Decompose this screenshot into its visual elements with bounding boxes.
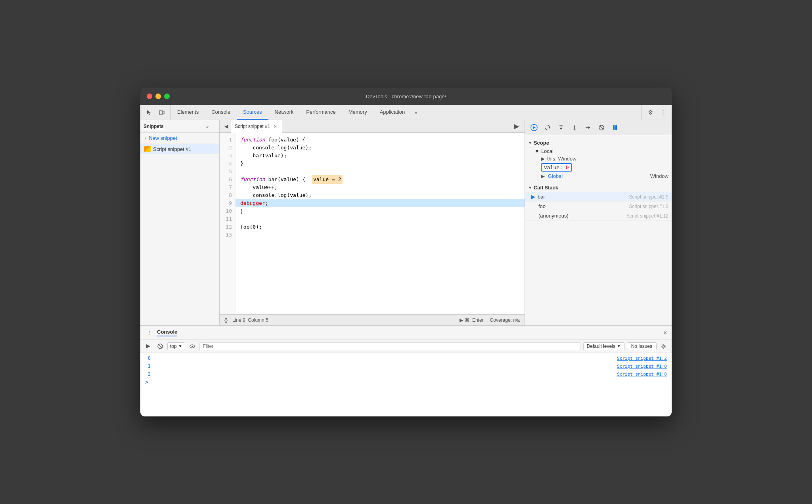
line-num-3: 3 bbox=[220, 152, 235, 160]
device-toggle-button[interactable] bbox=[156, 107, 167, 118]
tab-more-button[interactable]: » bbox=[411, 105, 420, 120]
console-output-line-0: 0 Script snippet #1:2 bbox=[140, 354, 672, 362]
console-output-line-1: 1 Script snippet #1:8 bbox=[140, 362, 672, 370]
sidebar-header: Snippets » ⋮ bbox=[140, 120, 219, 133]
tab-application[interactable]: Application bbox=[373, 105, 412, 120]
call-stack-item-anonymous[interactable]: (anonymous) Script snippet #1:12 bbox=[525, 211, 672, 221]
console-settings-button[interactable] bbox=[659, 342, 668, 351]
step-out-button[interactable] bbox=[569, 122, 580, 134]
default-levels-button[interactable]: Default levels ▼ bbox=[583, 342, 624, 350]
call-stack-name-anonymous: (anonymous) bbox=[531, 213, 626, 219]
step-over-button[interactable] bbox=[542, 122, 553, 134]
resume-button[interactable] bbox=[528, 122, 540, 134]
clear-console-button[interactable] bbox=[155, 342, 165, 351]
format-icon-button[interactable]: {} bbox=[224, 317, 228, 323]
deactivate-breakpoints-button[interactable] bbox=[596, 122, 607, 134]
editor-tab[interactable]: Script snippet #1 × bbox=[231, 120, 282, 133]
code-editor[interactable]: 1 2 3 4 5 6 7 8 9 10 11 12 13 bbox=[220, 133, 525, 314]
right-panel-content: ▼ Scope ▼ Local ▶ this: Window bbox=[525, 135, 672, 325]
code-line-8: console.log(value); bbox=[236, 191, 525, 199]
console-source-2[interactable]: Script snippet #1:8 bbox=[617, 372, 667, 377]
main-content: Snippets » ⋮ + New snippet Script snippe… bbox=[140, 120, 672, 325]
console-options-button[interactable]: ⋮ bbox=[145, 328, 155, 338]
svg-rect-17 bbox=[615, 125, 617, 130]
editor-nav-back-button[interactable]: ◀ bbox=[221, 122, 231, 131]
svg-point-23 bbox=[663, 345, 665, 347]
preserve-log-button[interactable] bbox=[144, 342, 153, 351]
coverage-status: Coverage: n/a bbox=[490, 317, 520, 323]
sidebar-options-icon[interactable]: ⋮ bbox=[212, 124, 216, 129]
sidebar-more-icon[interactable]: » bbox=[206, 124, 209, 129]
tab-elements[interactable]: Elements bbox=[171, 105, 205, 120]
console-prompt[interactable]: > bbox=[140, 378, 672, 386]
scope-section-header[interactable]: ▼ Scope bbox=[525, 138, 672, 147]
call-stack-title: Call Stack bbox=[534, 185, 558, 191]
code-line-4: } bbox=[236, 160, 525, 168]
global-label[interactable]: ▶ Global bbox=[541, 173, 563, 179]
code-line-10: } bbox=[236, 207, 525, 215]
svg-rect-1 bbox=[163, 111, 164, 114]
scope-arrow-icon: ▼ bbox=[528, 141, 532, 145]
editor-tab-close-button[interactable]: × bbox=[272, 124, 278, 129]
value-val[interactable]: 0 bbox=[566, 164, 569, 170]
title-bar: DevTools - chrome://new-tab-page/ bbox=[140, 88, 672, 105]
global-value: Window bbox=[650, 173, 668, 179]
this-value: Window bbox=[558, 156, 576, 162]
tab-console[interactable]: Console bbox=[205, 105, 237, 120]
console-filter-input[interactable] bbox=[199, 342, 581, 350]
call-stack-arrow-icon: ▼ bbox=[528, 185, 532, 190]
console-source-0[interactable]: Script snippet #1:2 bbox=[617, 356, 667, 361]
new-snippet-button[interactable]: + New snippet bbox=[140, 133, 219, 144]
editor-tab-bar: ◀ Script snippet #1 × ▶ bbox=[220, 120, 525, 133]
call-stack-item-foo[interactable]: foo Script snippet #1:3 bbox=[525, 202, 672, 211]
more-options-icon-button[interactable]: ⋮ bbox=[657, 107, 668, 118]
call-stack-item-bar[interactable]: ▶ bar Script snippet #1:9 bbox=[525, 192, 672, 202]
line-num-10: 10 bbox=[220, 207, 235, 215]
pause-on-exceptions-button[interactable] bbox=[609, 122, 621, 134]
tab-network[interactable]: Network bbox=[268, 105, 300, 120]
tab-memory[interactable]: Memory bbox=[342, 105, 373, 120]
devtools-body: Elements Console Sources Network Perform… bbox=[140, 105, 672, 416]
close-traffic-light[interactable] bbox=[147, 94, 152, 99]
line-num-11: 11 bbox=[220, 215, 235, 223]
svg-marker-3 bbox=[533, 126, 536, 129]
line-num-12: 12 bbox=[220, 223, 235, 231]
call-stack-section-header[interactable]: ▼ Call Stack bbox=[525, 183, 672, 192]
this-scope-item: ▶ this: Window bbox=[531, 155, 672, 162]
svg-marker-4 bbox=[549, 126, 550, 129]
editor-status-bar: {} Line 9, Column 5 ▶ ⌘+Enter Coverage: … bbox=[220, 314, 525, 325]
console-source-1[interactable]: Script snippet #1:8 bbox=[617, 364, 667, 369]
snippet-item[interactable]: Script snippet #1 bbox=[140, 144, 219, 154]
maximize-traffic-light[interactable] bbox=[164, 94, 170, 99]
value-scope-item: value: 0 bbox=[531, 162, 672, 172]
sidebar-icons: » ⋮ bbox=[206, 124, 216, 129]
local-section-header[interactable]: ▼ Local bbox=[531, 147, 672, 155]
console-number-0: 0 bbox=[145, 355, 157, 361]
window-title: DevTools - chrome://new-tab-page/ bbox=[366, 94, 446, 99]
tab-sources[interactable]: Sources bbox=[237, 105, 268, 120]
call-stack-name-bar: bar bbox=[538, 194, 629, 200]
new-snippet-label: + New snippet bbox=[144, 135, 177, 141]
console-header: ⋮ Console × bbox=[140, 326, 672, 340]
minimize-traffic-light[interactable] bbox=[155, 94, 161, 99]
svg-marker-7 bbox=[560, 128, 562, 130]
tab-bar: Elements Console Sources Network Perform… bbox=[171, 105, 641, 120]
editor-tab-name: Script snippet #1 bbox=[235, 124, 270, 129]
live-expression-button[interactable] bbox=[188, 342, 197, 351]
line-num-9: 9 bbox=[220, 199, 235, 207]
cursor-icon-button[interactable] bbox=[144, 107, 155, 118]
code-line-3: bar(value); bbox=[236, 152, 525, 160]
no-issues-button[interactable]: No Issues bbox=[627, 342, 657, 350]
this-expand-icon[interactable]: ▶ bbox=[541, 156, 545, 162]
settings-icon-button[interactable]: ⚙ bbox=[645, 107, 656, 118]
tab-performance[interactable]: Performance bbox=[300, 105, 342, 120]
toolbar-icons bbox=[140, 105, 171, 120]
svg-marker-10 bbox=[573, 125, 576, 127]
global-item: ▶ Global Window bbox=[531, 172, 672, 180]
step-button[interactable] bbox=[582, 122, 594, 134]
context-selector[interactable]: top ▼ bbox=[167, 342, 185, 350]
run-prefix: ▶ bbox=[460, 317, 463, 323]
editor-run-button[interactable]: ▶ bbox=[512, 122, 521, 131]
console-close-button[interactable]: × bbox=[663, 329, 667, 336]
step-into-button[interactable] bbox=[555, 122, 567, 134]
